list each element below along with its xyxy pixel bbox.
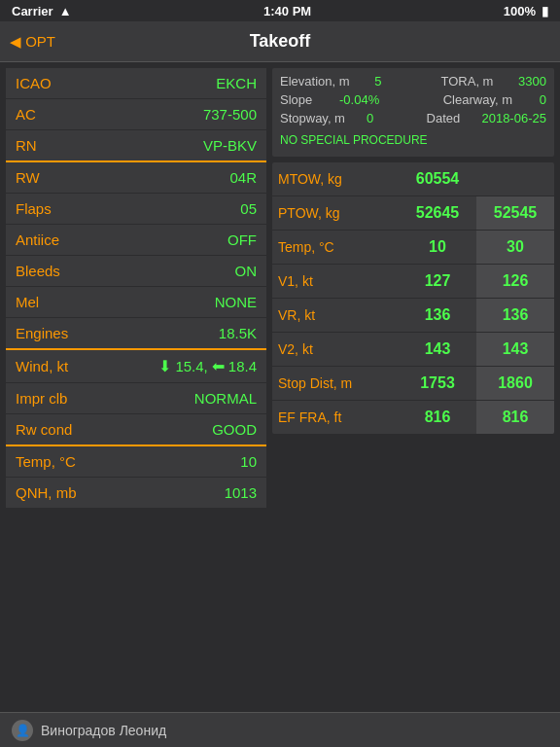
ac-row[interactable]: AC 737-500: [6, 99, 266, 130]
vr-val1: 136: [399, 299, 476, 332]
dated-value: 2018-06-25: [481, 111, 546, 125]
ptow-val1: 52645: [399, 196, 476, 230]
temp-table-row: Temp, °C 10 30: [272, 231, 554, 265]
v1-label: V1, kt: [272, 265, 399, 298]
battery-icon: ▮: [542, 4, 548, 18]
wind-left-arrow: ⬅: [212, 357, 225, 375]
wind-down-arrow: ⬇: [158, 357, 171, 375]
impr-clb-value: NORMAL: [194, 390, 257, 407]
rn-row[interactable]: RN VP-BKV: [6, 130, 266, 162]
mel-label: Mel: [16, 294, 39, 310]
v2-val1: 143: [399, 333, 476, 366]
mtow-label: MTOW, kg: [272, 162, 399, 196]
vr-val2: 136: [476, 299, 554, 332]
qnh-label: QNH, mb: [16, 484, 77, 501]
left-panel: ICAO EKCH AC 737-500 RN VP-BKV RW 04R Fl…: [6, 68, 266, 706]
wind-row[interactable]: Wind, kt ⬇ 15.4, ⬅ 18.4: [6, 350, 266, 383]
qnh-row[interactable]: QNH, mb 1013: [6, 478, 266, 509]
battery-label: 100%: [504, 4, 536, 18]
temp-table-label: Temp, °C: [272, 231, 399, 264]
nav-bar: ◀ OPT Takeoff: [0, 21, 560, 62]
icao-label: ICAO: [16, 75, 52, 91]
mtow-val2: [476, 162, 554, 196]
vr-row: VR, kt 136 136: [272, 299, 554, 333]
stopdist-row: Stop Dist, m 1753 1860: [272, 367, 554, 401]
engines-row[interactable]: Engines 18.5K: [6, 318, 266, 350]
temp-row[interactable]: Temp, °C 10: [6, 446, 266, 478]
antiice-row[interactable]: Antiice OFF: [6, 225, 266, 256]
v2-row: V2, kt 143 143: [272, 333, 554, 367]
effra-val2: 816: [476, 401, 554, 434]
temp-table-val1: 10: [399, 231, 476, 264]
impr-clb-row[interactable]: Impr clb NORMAL: [6, 383, 266, 414]
stopdist-label: Stop Dist, m: [272, 367, 399, 400]
time-label: 1:40 PM: [263, 4, 311, 18]
bleeds-label: Bleeds: [16, 263, 60, 279]
page-title: Takeoff: [250, 31, 311, 52]
effra-val1: 816: [399, 401, 476, 434]
temp-value: 10: [240, 453, 257, 470]
rn-value: VP-BKV: [203, 137, 257, 154]
effra-row: EF FRA, ft 816 816: [272, 401, 554, 434]
ac-value: 737-500: [203, 106, 257, 123]
elevation-row: Elevation, m 5 TORA, m 3300: [280, 74, 546, 89]
v2-val2: 143: [476, 333, 554, 366]
rw-value: 04R: [229, 169, 257, 186]
rn-label: RN: [16, 137, 37, 154]
stopway-row: Stopway, m 0 Dated 2018-06-25: [280, 111, 546, 125]
wind-values: ⬇ 15.4, ⬅ 18.4: [158, 357, 257, 375]
engines-label: Engines: [16, 325, 68, 341]
carrier-label: Carrier: [12, 4, 53, 18]
user-icon: 👤: [12, 720, 33, 741]
icao-row[interactable]: ICAO EKCH: [6, 68, 266, 99]
elevation-label: Elevation, m: [280, 74, 350, 89]
main-content: ICAO EKCH AC 737-500 RN VP-BKV RW 04R Fl…: [0, 62, 560, 712]
mtow-row: MTOW, kg 60554: [272, 162, 554, 196]
temp-table-val2: 30: [476, 231, 554, 264]
vr-label: VR, kt: [272, 299, 399, 332]
flaps-row[interactable]: Flaps 05: [6, 194, 266, 225]
tora-value: 3300: [518, 74, 546, 89]
tora-label: TORA, m: [441, 74, 494, 89]
qnh-value: 1013: [225, 484, 257, 501]
rw-row[interactable]: RW 04R: [6, 162, 266, 194]
dated-label: Dated: [427, 111, 461, 125]
ac-label: AC: [16, 106, 36, 123]
stopdist-val2: 1860: [476, 367, 554, 400]
antiice-value: OFF: [228, 231, 257, 248]
bleeds-row[interactable]: Bleeds ON: [6, 256, 266, 287]
slope-row: Slope -0.04% Clearway, m 0: [280, 92, 546, 107]
flaps-value: 05: [240, 200, 257, 217]
v1-val2: 126: [476, 265, 554, 298]
wind-val1: 15.4,: [175, 358, 207, 374]
status-bar: Carrier ▲ 1:40 PM 100% ▮: [0, 0, 560, 21]
slope-label: Slope: [280, 92, 312, 107]
back-button[interactable]: ◀ OPT: [10, 33, 55, 51]
icao-value: EKCH: [216, 75, 257, 91]
v1-row: V1, kt 127 126: [272, 265, 554, 299]
special-procedure: NO SPECIAL PROCEDURE: [280, 129, 546, 151]
info-box: Elevation, m 5 TORA, m 3300 Slope -0.04%…: [272, 68, 554, 157]
elevation-value: 5: [374, 74, 381, 89]
rw-cond-label: Rw cond: [16, 421, 72, 438]
mtow-val1: 60554: [399, 162, 476, 196]
stopway-label: Stopway, m: [280, 111, 345, 125]
wind-val2: 18.4: [228, 358, 257, 374]
ptow-row: PTOW, kg 52645 52545: [272, 196, 554, 231]
flaps-label: Flaps: [16, 200, 52, 217]
ptow-val2: 52545: [476, 196, 554, 230]
effra-label: EF FRA, ft: [272, 401, 399, 434]
antiice-label: Antiice: [16, 231, 59, 248]
back-label: ◀ OPT: [10, 33, 55, 51]
bleeds-value: ON: [235, 263, 258, 279]
user-icon-symbol: 👤: [16, 724, 30, 737]
rw-cond-row[interactable]: Rw cond GOOD: [6, 414, 266, 446]
clearway-value: 0: [540, 92, 546, 107]
slope-value: -0.04%: [339, 92, 379, 107]
wind-label: Wind, kt: [16, 358, 68, 374]
rw-label: RW: [16, 169, 40, 186]
mel-value: NONE: [215, 294, 257, 310]
mel-row[interactable]: Mel NONE: [6, 287, 266, 318]
clearway-label: Clearway, m: [443, 92, 512, 107]
status-left: Carrier ▲: [12, 4, 72, 18]
